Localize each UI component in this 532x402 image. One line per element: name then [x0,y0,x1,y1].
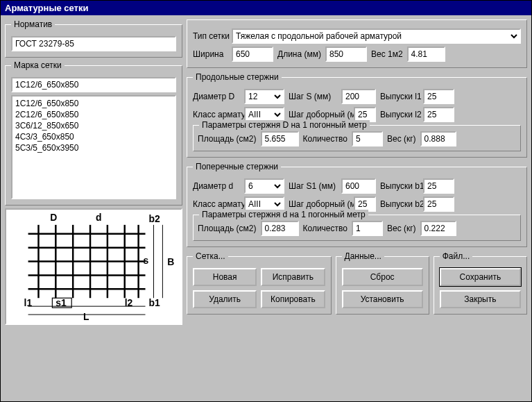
width-input[interactable] [232,47,273,62]
diam-d2-label: Диаметр d [193,181,240,191]
save-button[interactable]: Сохранить [440,268,521,286]
setka-legend: Сетка... [193,251,228,261]
dannye-group: Данные... Сброс Установить [336,251,429,315]
out-l1-input[interactable] [423,89,454,104]
window-title: Арматурные сетки [5,3,88,13]
content: Норматив Марка сетки 1C12/6_650x850 2C12… [1,15,531,329]
step-s1-label: Шаг S1 (мм) [289,181,337,191]
svg-text:d: d [96,212,102,223]
list-item[interactable]: 2C12/6_650x850 [14,109,173,120]
out-l2-input[interactable] [423,107,454,122]
area-d-input[interactable] [261,131,299,146]
normativ-legend: Норматив [11,19,55,29]
edit-button[interactable]: Исправить [261,268,325,286]
setka-group: Сетка... Новая Исправить Удалить Копиров… [187,251,332,315]
width-label: Ширина [193,49,228,59]
mass-d2-input[interactable] [420,221,456,236]
cross-legend: Поперечные стержни [193,162,281,171]
step2-d-label: Шаг доборный (мм) [289,110,350,119]
normativ-group: Норматив [5,19,182,58]
reset-button[interactable]: Сброс [342,268,423,286]
svg-text:B: B [167,256,174,267]
svg-text:D: D [50,212,57,223]
svg-text:L: L [83,311,89,322]
new-button[interactable]: Новая [193,268,257,286]
dannye-legend: Данные... [342,251,384,261]
out-l2-label: Выпуски l2 (мм) [380,110,419,119]
class-d2-label: Класс арматуры [193,199,240,209]
svg-text:s: s [144,255,149,266]
marka-listbox[interactable]: 1C12/6_650x850 2C12/6_650x850 3C6/12_850… [11,95,176,199]
mesh-diagram: D d b2 b1 s B l1 l2 s1 L [5,208,182,325]
diam-d-select[interactable]: 12 [244,89,284,104]
count-d-label: Количество [303,134,347,144]
out-b1-label: Выпуски b1 (мм) [380,181,419,191]
close-button[interactable]: Закрыть [440,290,521,308]
type-select[interactable]: Тяжелая с продольной рабочей арматурой [232,28,521,44]
mass-d-input[interactable] [420,131,456,146]
area-d2-label: Площадь (см2) [198,224,257,233]
type-group: Тип сетки Тяжелая с продольной рабочей а… [187,19,527,68]
file-legend: Файл... [440,251,473,261]
class-d-label: Класс арматуры [193,110,240,119]
list-item[interactable]: 4C3/3_650x850 [14,131,173,142]
titlebar: Арматурные сетки [1,1,531,15]
step-s-input[interactable] [341,89,376,104]
params-d-legend: Параметры стержня D на 1 погонный метр [199,120,370,130]
weight-label: Вес 1м2 [371,49,403,59]
weight-input[interactable] [407,47,445,62]
out-l1-label: Выпуски l1 (мм) [380,92,419,101]
delete-button[interactable]: Удалить [193,290,257,308]
list-item[interactable]: 5C3/5_650x3950 [14,142,173,153]
marka-legend: Марка сетки [11,60,65,70]
svg-text:l1: l1 [24,297,33,308]
out-b2-input[interactable] [423,196,454,212]
cross-group: Поперечные стержни Диаметр d 6 Шаг S1 (м… [187,162,527,247]
diagram-svg: D d b2 b1 s B l1 l2 s1 L [6,210,181,324]
step-s-label: Шаг S (мм) [289,92,337,101]
file-group: Файл... Сохранить Закрыть [434,251,527,315]
area-d2-input[interactable] [261,221,299,236]
params-d2-sub: Параметры стержня d на 1 погонный метр П… [193,215,521,241]
params-d-sub: Параметры стержня D на 1 погонный метр П… [193,125,521,151]
step-s1-input[interactable] [341,178,376,194]
normativ-input[interactable] [11,36,176,51]
count-d2-label: Количество [303,224,347,233]
svg-text:l2: l2 [125,297,133,308]
right-column: Тип сетки Тяжелая с продольной рабочей а… [187,19,527,325]
marka-selected-input[interactable] [11,77,176,92]
out-b2-label: Выпуски b2 (мм) [380,199,419,209]
svg-text:s1: s1 [55,297,67,308]
mass-d-label: Вес (кг) [387,134,416,144]
mass-d2-label: Вес (кг) [387,224,416,233]
left-column: Норматив Марка сетки 1C12/6_650x850 2C12… [5,19,182,325]
list-item[interactable]: 3C6/12_850x650 [14,120,173,131]
window: Арматурные сетки Норматив Марка сетки 1C… [0,0,532,402]
longitudinal-group: Продольные стержни Диаметр D 12 Шаг S (м… [187,72,527,158]
step2-d2-label: Шаг доборный (мм) [289,199,350,209]
copy-button[interactable]: Копировать [261,290,325,308]
marka-group: Марка сетки 1C12/6_650x850 2C12/6_650x85… [5,60,182,206]
count-d-input[interactable] [352,131,383,146]
svg-text:b2: b2 [149,213,160,224]
svg-text:b1: b1 [149,297,160,308]
count-d2-input[interactable] [352,221,383,236]
length-input[interactable] [325,47,367,62]
area-d-label: Площадь (см2) [198,134,257,144]
out-b1-input[interactable] [423,178,454,194]
bottom-groups: Сетка... Новая Исправить Удалить Копиров… [187,251,527,315]
set-button[interactable]: Установить [342,290,423,308]
length-label: Длина (мм) [277,49,321,59]
list-item[interactable]: 1C12/6_650x850 [14,98,173,109]
longitudinal-legend: Продольные стержни [193,72,282,82]
diam-d-label: Диаметр D [193,92,240,101]
type-label: Тип сетки [193,31,228,41]
diam-d2-select[interactable]: 6 [244,178,284,194]
params-d2-legend: Параметры стержня d на 1 погонный метр [199,210,368,219]
